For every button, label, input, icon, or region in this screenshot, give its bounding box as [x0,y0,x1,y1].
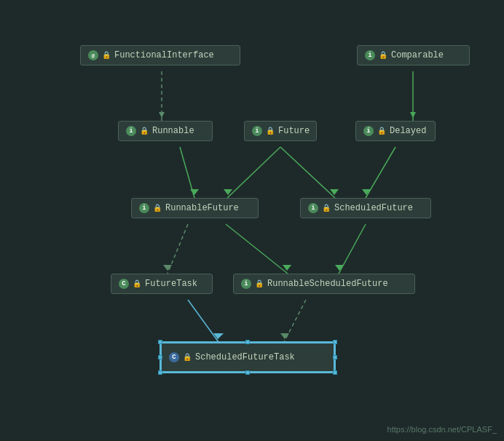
svg-marker-9 [330,189,339,195]
svg-line-12 [168,224,188,274]
node-icon-future: i [252,126,262,136]
node-label-lock-scheduled-future-task: 🔒 [183,353,192,362]
node-icon-runnable: i [126,126,136,136]
svg-line-16 [339,224,366,274]
svg-marker-15 [283,265,291,271]
node-label-lock-comparable: 🔒 [379,51,387,60]
svg-marker-11 [362,189,371,195]
node-icon-runnable-future: i [139,203,149,213]
svg-marker-1 [159,112,165,118]
node-icon-comparable: i [365,50,375,60]
node-scheduled-future[interactable]: i 🔒 ScheduledFuture [300,198,431,218]
node-runnable-scheduled-future[interactable]: i 🔒 RunnableScheduledFuture [233,274,415,294]
node-icon-runnable-scheduled-future: i [241,279,251,289]
node-label-functional-interface: FunctionalInterface [114,50,214,60]
handle-tl[interactable] [158,340,162,344]
handle-br[interactable] [333,370,337,375]
svg-line-14 [226,224,288,274]
node-label-comparable: Comparable [391,50,444,60]
node-label-lock-future-task: 🔒 [133,279,141,288]
handle-bm[interactable] [245,370,250,375]
svg-line-4 [180,147,194,198]
node-icon-future-task: C [119,279,129,289]
svg-line-6 [227,147,280,198]
node-label-lock-future: 🔒 [266,127,275,135]
node-label-lock-runnable-scheduled-future: 🔒 [255,279,264,288]
node-scheduled-future-task[interactable]: C 🔒 ScheduledFutureTask [160,342,335,373]
node-label-future: Future [278,126,310,136]
node-functional-interface[interactable]: @ 🔒 FunctionalInterface [80,45,240,65]
node-icon-delayed: i [363,126,374,136]
node-icon-scheduled-future: i [308,203,318,213]
node-label-lock: 🔒 [102,51,111,60]
svg-marker-13 [163,265,172,271]
node-label-lock-scheduled-future: 🔒 [322,204,331,212]
node-label-runnable-future: RunnableFuture [165,203,239,213]
node-future-task[interactable]: C 🔒 FutureTask [111,274,213,294]
node-label-lock-runnable-future: 🔒 [153,204,162,212]
node-icon-functional-interface: @ [88,50,98,60]
node-icon-scheduled-future-task: C [169,352,179,362]
handle-mr[interactable] [333,355,337,359]
node-label-runnable-scheduled-future: RunnableScheduledFuture [267,279,388,289]
node-runnable[interactable]: i 🔒 Runnable [118,121,213,141]
node-runnable-future[interactable]: i 🔒 RunnableFuture [131,198,259,218]
handle-tr[interactable] [333,340,337,344]
node-label-future-task: FutureTask [145,279,197,289]
node-label-lock-runnable: 🔒 [140,127,149,135]
svg-line-10 [366,147,395,198]
handle-ml[interactable] [158,355,162,359]
svg-line-20 [284,300,306,342]
handle-tm[interactable] [245,340,250,344]
node-delayed[interactable]: i 🔒 Delayed [355,121,436,141]
node-label-lock-delayed: 🔒 [377,127,386,135]
node-label-runnable: Runnable [152,126,194,136]
node-future[interactable]: i 🔒 Future [244,121,317,141]
node-comparable[interactable]: i 🔒 Comparable [357,45,470,65]
svg-marker-21 [280,333,289,339]
svg-marker-17 [335,265,344,271]
svg-line-8 [280,147,335,198]
svg-marker-5 [190,189,199,195]
watermark: https://blog.csdn.net/CPLASF_ [387,425,497,434]
node-label-scheduled-future: ScheduledFuture [334,203,413,213]
svg-marker-3 [410,112,416,118]
svg-marker-19 [213,333,224,339]
handle-bl[interactable] [158,370,162,375]
svg-marker-7 [224,189,232,195]
node-label-scheduled-future-task: ScheduledFutureTask [195,352,295,362]
svg-line-18 [188,300,218,342]
node-label-delayed: Delayed [390,126,426,136]
